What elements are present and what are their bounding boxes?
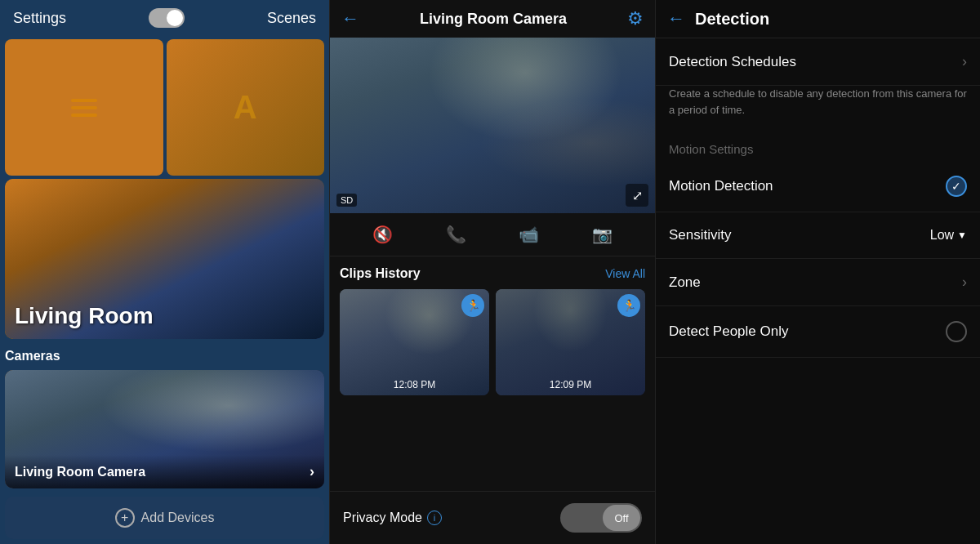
plus-circle-icon: + — [115, 508, 135, 528]
orange-tile-left[interactable] — [5, 39, 163, 176]
camera-card-name: Living Room Camera — [15, 465, 145, 479]
clips-grid: 🏃 12:08 PM 🏃 12:09 PM — [340, 289, 645, 395]
clip-time-1: 12:08 PM — [394, 379, 435, 390]
right-panel: ← Detection Detection Schedules › Create… — [656, 0, 980, 544]
add-devices-button[interactable]: + Add Devices — [5, 497, 324, 539]
view-all-link[interactable]: View All — [605, 267, 645, 280]
detect-people-toggle[interactable] — [946, 321, 967, 342]
motion-detection-checkmark: ✓ — [946, 176, 967, 197]
privacy-toggle-thumb: Off — [603, 505, 640, 531]
orange-tile-right[interactable]: A — [167, 39, 325, 176]
motion-detection-row[interactable]: Motion Detection ✓ — [656, 161, 980, 212]
cameras-section-label: Cameras — [5, 349, 324, 363]
scenes-toggle[interactable] — [149, 8, 185, 28]
detection-schedules-sub: Create a schedule to disable any detecti… — [656, 86, 980, 131]
sensitivity-label: Sensitivity — [669, 227, 732, 243]
privacy-mode-row: Privacy Mode i Off — [330, 491, 655, 544]
clip-motion-icon-2: 🏃 — [617, 294, 640, 317]
living-room-bg: Living Room — [5, 179, 324, 339]
sensitivity-value-wrap: Low ▼ — [930, 228, 967, 243]
motion-check-icon: ✓ — [951, 180, 961, 193]
expand-button[interactable]: ⤢ — [626, 184, 648, 207]
clip-time-2: 12:09 PM — [550, 379, 591, 390]
right-header-title: Detection — [695, 10, 769, 29]
plus-icon: + — [121, 511, 128, 525]
privacy-mode-label-wrap: Privacy Mode i — [343, 511, 442, 525]
clip-motion-icon-1: 🏃 — [461, 294, 484, 317]
hamburger-icon — [71, 99, 97, 117]
detection-section: Detection Schedules › Create a schedule … — [656, 38, 980, 544]
middle-back-arrow[interactable]: ← — [341, 8, 359, 29]
camera-card[interactable]: Living Room Camera › — [5, 370, 324, 488]
add-devices-label: Add Devices — [141, 511, 215, 525]
zone-chevron: › — [962, 274, 967, 291]
sensitivity-dropdown-arrow[interactable]: ▼ — [957, 230, 967, 241]
orange-tiles-row: A — [0, 36, 329, 179]
privacy-info-icon[interactable]: i — [427, 511, 442, 525]
left-panel: Settings Scenes A Living Room Cameras — [0, 0, 329, 544]
chevron-right-icon: › — [310, 463, 314, 480]
sensitivity-value: Low — [930, 228, 954, 243]
phone-icon[interactable]: 📞 — [446, 225, 466, 244]
middle-header-title: Living Room Camera — [420, 11, 567, 28]
motion-settings-label: Motion Settings — [656, 131, 980, 161]
privacy-mode-text: Privacy Mode — [343, 511, 422, 525]
zone-row[interactable]: Zone › — [656, 259, 980, 306]
sd-badge: SD — [336, 194, 357, 207]
detection-schedules-label: Detection Schedules — [669, 54, 796, 70]
camera-controls: 🔇 📞 📹 📷 — [330, 213, 655, 256]
mute-icon[interactable]: 🔇 — [372, 225, 393, 244]
living-room-section: Living Room — [0, 179, 329, 342]
motion-detection-label: Motion Detection — [669, 178, 773, 194]
camera-feed: SD ⤢ — [330, 38, 655, 213]
camera-feed-scene — [330, 38, 655, 213]
clip-thumb-2[interactable]: 🏃 12:09 PM — [496, 289, 645, 395]
cameras-section: Cameras Living Room Camera › — [0, 342, 329, 488]
middle-gear-icon[interactable]: ⚙ — [627, 8, 644, 29]
camera-card-label: Living Room Camera › — [5, 455, 324, 488]
clips-header: Clips History View All — [340, 266, 645, 281]
middle-panel: ← Living Room Camera ⚙ SD ⤢ 🔇 📞 📹 📷 Clip… — [329, 0, 656, 544]
detect-people-row[interactable]: Detect People Only — [656, 306, 980, 358]
privacy-mode-toggle[interactable]: Off — [560, 503, 642, 533]
right-back-arrow[interactable]: ← — [667, 8, 685, 29]
clips-history-title: Clips History — [340, 266, 421, 281]
sensitivity-row[interactable]: Sensitivity Low ▼ — [656, 212, 980, 259]
privacy-mode-value: Off — [614, 512, 628, 524]
video-record-icon[interactable]: 📹 — [519, 225, 539, 244]
detect-people-label: Detect People Only — [669, 323, 788, 340]
settings-label: Settings — [13, 10, 66, 27]
middle-header: ← Living Room Camera ⚙ — [330, 0, 655, 38]
top-icons-row — [149, 8, 185, 28]
tile-icon: A — [234, 89, 257, 126]
detection-schedules-chevron: › — [962, 53, 967, 70]
scenes-label: Scenes — [267, 10, 316, 27]
camera-snapshot-icon[interactable]: 📷 — [592, 225, 612, 244]
left-top-bar: Settings Scenes — [0, 0, 329, 36]
detection-schedules-row[interactable]: Detection Schedules › — [656, 38, 980, 86]
clip-thumb-1[interactable]: 🏃 12:08 PM — [340, 289, 489, 395]
living-room-title: Living Room — [15, 303, 154, 329]
zone-label: Zone — [669, 274, 701, 291]
clips-section: Clips History View All 🏃 12:08 PM 🏃 12:0… — [330, 256, 655, 400]
right-header: ← Detection — [656, 0, 980, 38]
